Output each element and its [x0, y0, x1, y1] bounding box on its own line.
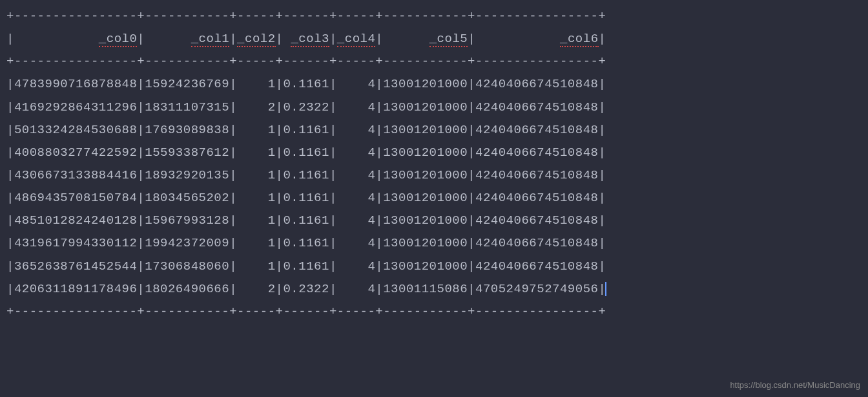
column-header: _col0: [99, 32, 138, 47]
table-row: |4783990716878848|15924236769| 1|0.1161|…: [6, 73, 862, 96]
table-divider: +----------------+-----------+-----+----…: [6, 5, 862, 28]
table-row: |3652638761452544|17306848060| 1|0.1161|…: [6, 255, 862, 278]
table-row: |4169292864311296|18311107315| 2|0.2322|…: [6, 96, 862, 119]
table-row: |5013324284530688|17693089838| 1|0.1161|…: [6, 119, 862, 142]
table-row: |4869435708150784|18034565202| 1|0.1161|…: [6, 187, 862, 209]
column-header: _col6: [560, 32, 599, 47]
table-divider: +----------------+-----------+-----+----…: [6, 50, 862, 73]
text-cursor: [605, 282, 606, 296]
table-header-row: | _col0| _col1|_col2| _col3|_col4| _col5…: [6, 28, 862, 50]
table-divider: +----------------+-----------+-----+----…: [6, 301, 862, 323]
table-row: |4306673133884416|18932920135| 1|0.1161|…: [6, 164, 862, 187]
table-row: |4206311891178496|18026490666| 2|0.2322|…: [6, 278, 862, 301]
column-header: _col1: [191, 32, 230, 47]
sql-table-output: +----------------+-----------+-----+----…: [6, 5, 862, 323]
table-row: |4319617994330112|19942372009| 1|0.1161|…: [6, 232, 862, 255]
column-header: _col4: [337, 32, 376, 47]
column-header: _col5: [429, 32, 468, 47]
table-row: |4008803277422592|15593387612| 1|0.1161|…: [6, 142, 862, 164]
column-header: _col3: [291, 32, 329, 47]
watermark-text: https://blog.csdn.net/MusicDancing: [730, 378, 860, 393]
table-row: |4851012824240128|15967993128| 1|0.1161|…: [6, 209, 862, 232]
column-header: _col2: [237, 32, 276, 47]
